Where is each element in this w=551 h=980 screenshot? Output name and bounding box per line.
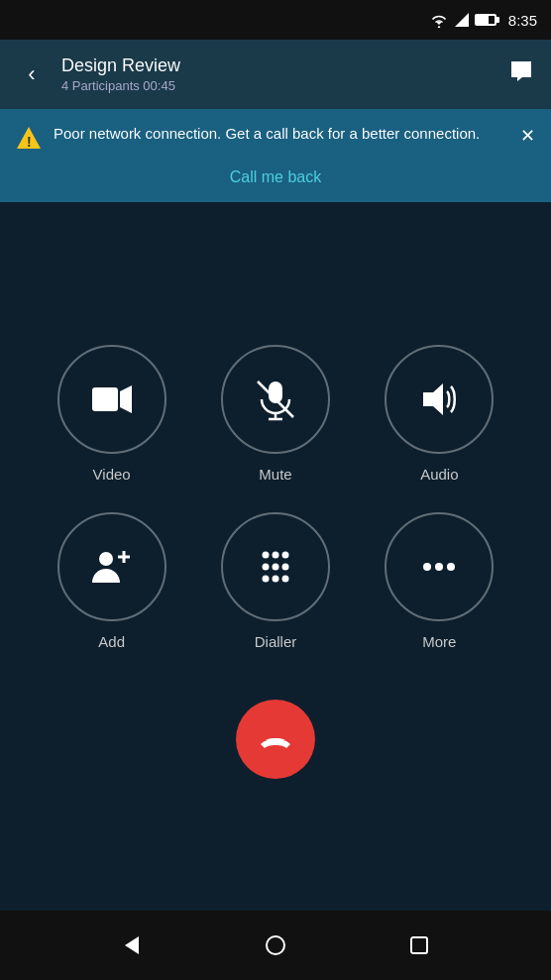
dialler-icon [254,545,297,589]
nav-home-button[interactable] [256,926,295,965]
header: ‹ Design Review 4 Participants 00:45 [0,40,551,109]
svg-marker-27 [125,936,139,954]
svg-point-19 [281,563,288,570]
svg-point-16 [281,551,288,558]
audio-label: Audio [420,466,458,483]
svg-rect-29 [411,937,427,953]
svg-text:!: ! [27,134,32,150]
add-circle[interactable] [57,512,166,621]
nav-back-button[interactable] [112,926,152,965]
add-label: Add [98,633,125,650]
end-call-button[interactable] [236,700,315,779]
status-icons: 8:35 [429,12,537,29]
close-warning-button[interactable]: ✕ [520,125,535,147]
audio-icon [417,378,461,421]
video-circle[interactable] [57,345,166,454]
mute-icon [254,378,297,421]
svg-point-15 [272,551,278,558]
svg-point-28 [267,936,284,954]
svg-point-11 [99,552,113,566]
more-label: More [422,633,456,650]
svg-point-25 [447,563,455,571]
status-bar: 8:35 [0,0,551,40]
battery-icon [475,14,496,26]
end-call-area [236,700,315,779]
nav-recent-button[interactable] [399,926,439,965]
more-circle[interactable] [385,512,494,621]
wifi-icon [429,13,449,28]
dialler-button-item[interactable]: Dialler [203,512,347,650]
warning-message: Poor network connection. Get a call back… [54,123,508,144]
svg-point-0 [438,26,440,28]
audio-circle[interactable] [385,345,494,454]
svg-point-22 [281,575,288,582]
video-label: Video [93,466,131,483]
svg-point-18 [272,563,278,570]
mute-circle[interactable] [221,345,330,454]
add-participants-icon [90,545,134,589]
svg-marker-10 [423,383,443,415]
warning-icon: ! [16,125,42,157]
status-time: 8:35 [508,12,537,29]
call-controls: Video Mute [0,202,551,911]
svg-point-24 [435,563,443,571]
svg-point-17 [262,563,269,570]
svg-marker-5 [120,385,132,413]
audio-button-item[interactable]: Audio [368,345,511,483]
svg-point-23 [423,563,431,571]
more-icon [417,545,461,589]
mute-label: Mute [259,466,291,483]
call-back-link[interactable]: Call me back [16,157,535,202]
chat-button[interactable] [507,57,535,91]
dialler-label: Dialler [255,633,297,650]
end-call-icon [257,720,294,758]
add-button-item[interactable]: Add [40,512,183,650]
dialler-circle[interactable] [221,512,330,621]
network-warning-banner: ! Poor network connection. Get a call ba… [0,109,551,202]
call-title: Design Review [61,55,507,76]
mute-button-item[interactable]: Mute [203,345,347,483]
svg-point-21 [272,575,278,582]
button-grid: Video Mute [0,345,551,650]
svg-point-14 [262,551,269,558]
svg-rect-4 [92,387,118,411]
video-icon [90,378,134,421]
call-subtitle: 4 Participants 00:45 [61,78,507,93]
svg-marker-1 [455,13,469,27]
signal-icon [455,13,469,27]
more-button-item[interactable]: More [368,512,511,650]
svg-point-20 [262,575,269,582]
header-info: Design Review 4 Participants 00:45 [61,55,507,93]
bottom-navigation [0,911,551,980]
video-button-item[interactable]: Video [40,345,183,483]
back-button[interactable]: ‹ [16,61,48,87]
